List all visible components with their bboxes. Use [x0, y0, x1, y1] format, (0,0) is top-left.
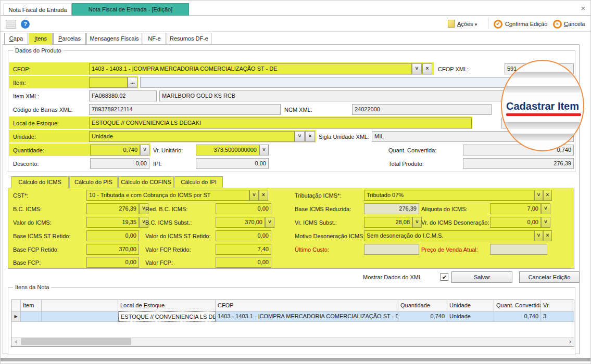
- aliquota-dropdown-icon[interactable]: ˅: [541, 203, 550, 214]
- base-fcp-field[interactable]: 0,00: [86, 257, 139, 268]
- scroll-left-icon[interactable]: ‹: [12, 338, 20, 345]
- cst-clear-icon[interactable]: ×: [259, 190, 268, 201]
- valor-icms-st-retido-field[interactable]: 0,00: [216, 230, 271, 241]
- aliquota-icms-field[interactable]: 7,00: [490, 203, 541, 214]
- preco-venda-atual-field[interactable]: [490, 244, 547, 255]
- cancel-icon: ×: [553, 20, 562, 29]
- callout-bar: [504, 122, 581, 129]
- vr-unitario-label: Vr. Unitário:: [153, 145, 183, 155]
- cfop-field[interactable]: 1403 - 1403.1 - |COMPRA MERCADORIA COMER…: [89, 63, 412, 74]
- valor-fcp-field[interactable]: 0,00: [216, 257, 271, 268]
- tab-calculo-icms[interactable]: Cálculo do ICMS: [11, 176, 69, 188]
- tab-calculo-cofins[interactable]: Cálculo do COFINS: [118, 176, 174, 188]
- confirma-edicao-button[interactable]: Confirma Edição: [505, 19, 547, 29]
- preco-venda-atual-label: Preço de Venda Atual:: [421, 244, 478, 255]
- grid-cell-quantidade[interactable]: 0,740: [398, 311, 447, 322]
- row-selector-icon[interactable]: ▶: [11, 311, 21, 322]
- unidade-clear-icon[interactable]: ×: [305, 131, 315, 142]
- grid-header-unidade[interactable]: Unidade: [447, 300, 494, 311]
- grid-cell-vr[interactable]: 3: [541, 311, 574, 322]
- desconto-field[interactable]: 0,00: [90, 158, 149, 169]
- callout-bar: [505, 86, 580, 93]
- motivo-dropdown-icon[interactable]: ˅: [534, 230, 543, 241]
- vr-icms-desoneracao-field[interactable]: 0,00: [490, 217, 541, 228]
- tributacao-clear-icon[interactable]: ×: [543, 190, 552, 201]
- valor-fcp-retido-field[interactable]: 7,40: [216, 244, 271, 255]
- grid-header-extra[interactable]: [42, 300, 118, 311]
- motivo-desoneracao-label: Motivo Desoneração ICMS:: [295, 231, 365, 241]
- tab-rest: arcelas: [62, 35, 80, 42]
- scrollbar-thumb[interactable]: [21, 338, 131, 345]
- cancelar-edicao-button[interactable]: Cancelar Edição: [519, 271, 580, 283]
- confirma-rest: nfirma Edição: [512, 21, 547, 27]
- tab-mensagens-fiscais[interactable]: Mensagens Fiscais: [86, 33, 142, 44]
- grid-header-quant-convertida[interactable]: Quant. Convertida: [494, 300, 541, 311]
- grid-cell-cfop[interactable]: 1403 - 1403.1 - |COMPRA MERCADORIA COMER…: [216, 311, 398, 322]
- acoes-button[interactable]: Ações ▾: [457, 19, 477, 30]
- tab-parcelas[interactable]: Parcelas: [53, 33, 86, 44]
- vr-icms-subst-field[interactable]: 28,08: [364, 217, 412, 228]
- cfop-clear-icon[interactable]: ×: [422, 63, 432, 74]
- tab-itens[interactable]: Itens: [29, 33, 53, 45]
- cst-field[interactable]: 10 - Tributada e com Cobrança do ICMS po…: [86, 190, 249, 201]
- unidade-field[interactable]: Unidade: [89, 131, 295, 142]
- quantidade-field[interactable]: 0,740: [90, 145, 140, 155]
- tab-nfe[interactable]: NF-e: [143, 33, 166, 44]
- scroll-right-icon[interactable]: ›: [567, 338, 574, 345]
- tab-calculo-pis[interactable]: Cálculo do PIS: [69, 176, 118, 188]
- bc-icms-field[interactable]: 276,39: [86, 203, 139, 214]
- ultimo-custo-field[interactable]: [364, 244, 419, 255]
- tab-capa[interactable]: Capa: [4, 33, 28, 44]
- grid-header-cfop[interactable]: CFOP: [216, 300, 398, 311]
- quantidade-dropdown-icon[interactable]: ˅: [140, 145, 149, 155]
- close-icon[interactable]: ×: [579, 4, 588, 13]
- tributacao-icms-field[interactable]: Tributado 07%: [364, 190, 534, 201]
- bc-icms-subst-field[interactable]: 370,00: [216, 217, 265, 228]
- motivo-clear-icon[interactable]: ×: [543, 230, 552, 241]
- ncm-xml-field[interactable]: 24022000: [352, 104, 492, 115]
- vr-desoneracao-dropdown-icon[interactable]: ˅: [541, 217, 550, 228]
- unidade-dropdown-icon[interactable]: ˅: [295, 131, 305, 142]
- total-produto-field[interactable]: 276,39: [463, 158, 574, 169]
- vr-unitario-dropdown-icon[interactable]: ˅: [259, 145, 269, 155]
- caret-down-icon: ▾: [475, 22, 477, 27]
- window-tab-nota-fiscal[interactable]: Nota Fiscal de Entrada: [4, 4, 72, 16]
- salvar-button[interactable]: Salvar: [451, 271, 512, 283]
- base-fcp-retido-field[interactable]: 370,00: [86, 244, 139, 255]
- vr-subst-dropdown-icon[interactable]: ˅: [412, 217, 422, 228]
- tributacao-dropdown-icon[interactable]: ˅: [534, 190, 543, 201]
- grid-cell-quant-convertida[interactable]: 0,740: [494, 311, 541, 322]
- mostrar-dados-xml-checkbox[interactable]: ✔: [441, 273, 448, 281]
- item-field[interactable]: [89, 77, 128, 88]
- help-icon[interactable]: ?: [21, 20, 30, 29]
- tab-calculo-ipi[interactable]: Cálculo do IPI: [174, 176, 223, 188]
- motivo-desoneracao-field[interactable]: Sem desoneração do I.C.M.S.: [364, 230, 534, 241]
- vr-unitario-field[interactable]: 373,5000000000: [196, 145, 259, 155]
- cancela-button[interactable]: Cancela: [564, 19, 585, 29]
- base-icms-reduzida-field[interactable]: 276,39: [364, 203, 419, 214]
- cst-dropdown-icon[interactable]: ˅: [249, 190, 259, 201]
- grid-header-quantidade[interactable]: Quantidade: [398, 300, 447, 311]
- grid-cell-extra[interactable]: [42, 311, 118, 322]
- grid-cell-item[interactable]: [21, 311, 42, 322]
- item-browse-button[interactable]: ...: [128, 77, 137, 88]
- cfop-dropdown-icon[interactable]: ˅: [412, 63, 422, 74]
- red-bc-icms-field[interactable]: 0,00: [216, 203, 271, 214]
- item-xml-code-field[interactable]: FA068380.02: [89, 90, 157, 101]
- vr-icms-subst-label: Vr. ICMS Subst.:: [295, 217, 337, 228]
- window-tab-nota-fiscal-edicao[interactable]: Nota Fiscal de Entrada - [Edição]: [72, 3, 189, 16]
- base-icms-st-retido-field[interactable]: 0,00: [86, 230, 139, 241]
- estoque-field[interactable]: ESTOQUE // CONVENIENCIA LS DEGAKI: [89, 118, 472, 128]
- grid-cell-unidade[interactable]: Unidade: [447, 311, 494, 322]
- grid-cell-local-estoque[interactable]: ESTOQUE // CONVENIENCIA LS DEGAKI: [118, 311, 216, 322]
- grid-header-local-estoque[interactable]: Local de Estoque: [118, 300, 216, 311]
- report-icon[interactable]: [6, 20, 16, 29]
- ipi-field[interactable]: 0,00: [196, 158, 269, 169]
- grid-corner-header[interactable]: [11, 300, 21, 311]
- barcode-xml-field[interactable]: 7893789212114: [89, 104, 281, 115]
- bc-subst-dropdown-icon[interactable]: ˅: [265, 217, 274, 228]
- valor-icms-field[interactable]: 19,35: [86, 217, 139, 228]
- grid-header-vr[interactable]: Vr.: [541, 300, 574, 311]
- grid-header-item[interactable]: Item: [21, 300, 42, 311]
- tab-resumos-dfe[interactable]: Resumos DF-e: [167, 33, 211, 44]
